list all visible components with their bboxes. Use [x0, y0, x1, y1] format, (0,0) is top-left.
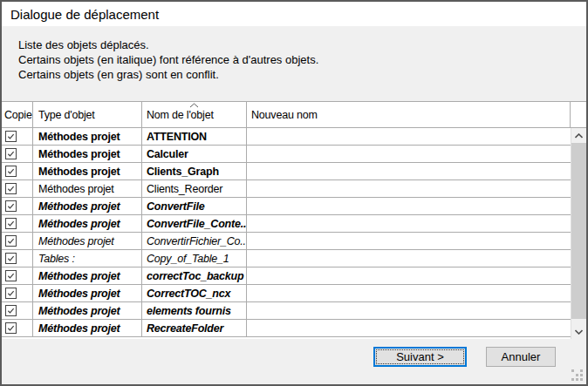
dialog-titlebar[interactable]: Dialogue de déplacement — [2, 2, 586, 26]
column-header-type[interactable]: Type d'objet — [33, 102, 142, 127]
checkmark-icon — [6, 288, 16, 298]
table-row[interactable]: Méthodes projetClients_Graph — [2, 163, 571, 180]
copy-checkbox[interactable] — [5, 322, 17, 334]
object-name-cell: Clients_Graph — [142, 163, 247, 179]
copy-cell — [2, 267, 33, 284]
copy-cell — [2, 163, 33, 179]
checkmark-icon — [6, 166, 16, 176]
copy-cell — [2, 128, 33, 145]
copy-checkbox[interactable] — [5, 148, 17, 159]
table-header-row: Copie Type d'objet Nom de l'objet Nouvea… — [2, 102, 586, 128]
checkmark-icon — [6, 201, 16, 211]
column-header-new-name[interactable]: Nouveau nom — [247, 102, 571, 127]
checkmark-icon — [6, 236, 16, 246]
object-type-cell: Méthodes projet — [33, 198, 142, 214]
object-name-cell: ConvertirFichier_Co... — [142, 233, 247, 249]
checkmark-icon — [6, 149, 16, 159]
dialog-title: Dialogue de déplacement — [10, 7, 159, 22]
object-type-cell: Tables : — [33, 250, 142, 267]
table-row[interactable]: Méthodes projetRecreateFolder — [2, 320, 571, 337]
new-name-cell[interactable] — [247, 128, 571, 145]
copy-checkbox[interactable] — [5, 253, 17, 264]
chevron-up-icon — [575, 133, 583, 139]
table-row[interactable]: Méthodes projetConvertirFichier_Co... — [2, 233, 571, 250]
table-row[interactable]: Méthodes projetConvertFile_Conte... — [2, 215, 571, 233]
move-dialog-window: Dialogue de déplacement Liste des objets… — [0, 0, 588, 386]
table-row[interactable]: Méthodes projetCorrectTOC_ncx — [2, 285, 571, 302]
table-row[interactable]: Méthodes projetcorrectToc_backup — [2, 267, 571, 285]
moved-objects-table: Copie Type d'objet Nom de l'objet Nouvea… — [2, 101, 586, 339]
object-name-cell: Calculer — [142, 146, 247, 162]
new-name-cell[interactable] — [247, 285, 571, 301]
object-type-cell: Méthodes projet — [33, 302, 142, 319]
object-type-cell: Méthodes projet — [33, 146, 142, 162]
copy-cell — [2, 233, 33, 249]
object-type-cell: Méthodes projet — [33, 233, 142, 249]
instruction-line-3: Certains objets (en gras) sont en confli… — [18, 67, 586, 82]
table-row[interactable]: Méthodes projetATTENTION — [2, 128, 571, 146]
scrollbar-thumb[interactable] — [571, 143, 586, 319]
copy-cell — [2, 320, 33, 336]
dialog-footer: Suivant > Annuler — [2, 339, 586, 384]
object-name-cell: Copy_of_Table_1 — [142, 250, 247, 267]
copy-cell — [2, 180, 33, 197]
copy-checkbox[interactable] — [5, 131, 17, 142]
scrollbar-down-button[interactable] — [571, 324, 586, 339]
new-name-cell[interactable] — [247, 250, 571, 267]
new-name-cell[interactable] — [247, 146, 571, 162]
copy-checkbox[interactable] — [5, 218, 17, 229]
object-type-cell: Méthodes projet — [33, 163, 142, 179]
cancel-button[interactable]: Annuler — [486, 347, 556, 367]
new-name-cell[interactable] — [247, 198, 571, 214]
object-type-cell: Méthodes projet — [33, 128, 142, 145]
copy-cell — [2, 146, 33, 162]
copy-checkbox[interactable] — [5, 166, 17, 177]
object-name-cell: Clients_Reorder — [142, 180, 247, 197]
copy-checkbox[interactable] — [5, 270, 17, 281]
object-name-cell: ConvertFile — [142, 198, 247, 214]
next-button[interactable]: Suivant > — [373, 347, 467, 367]
vertical-scrollbar[interactable] — [571, 128, 586, 339]
table-row[interactable]: Méthodes projetConvertFile — [2, 198, 571, 215]
object-name-cell: ConvertFile_Conte... — [142, 215, 247, 232]
new-name-cell[interactable] — [247, 302, 571, 319]
checkmark-icon — [6, 323, 16, 333]
object-type-cell: Méthodes projet — [33, 320, 142, 336]
copy-cell — [2, 250, 33, 267]
checkmark-icon — [6, 271, 16, 281]
instruction-line-1: Liste des objets déplacés. — [18, 37, 586, 52]
checkmark-icon — [6, 132, 16, 141]
table-row[interactable]: Méthodes projetClients_Reorder — [2, 180, 571, 198]
new-name-cell[interactable] — [247, 320, 571, 336]
object-name-cell: ATTENTION — [142, 128, 247, 145]
new-name-cell[interactable] — [247, 215, 571, 232]
object-name-cell: CorrectTOC_ncx — [142, 285, 247, 301]
table-row[interactable]: Tables :Copy_of_Table_1 — [2, 250, 571, 267]
sort-ascending-icon — [189, 103, 199, 108]
object-type-cell: Méthodes projet — [33, 285, 142, 301]
table-body: Méthodes projetATTENTIONMéthodes projetC… — [2, 128, 586, 337]
copy-cell — [2, 215, 33, 232]
instruction-line-2: Certains objets (en italique) font référ… — [18, 52, 586, 67]
object-type-cell: Méthodes projet — [33, 180, 142, 197]
copy-checkbox[interactable] — [5, 183, 17, 194]
copy-checkbox[interactable] — [5, 235, 17, 247]
copy-cell — [2, 302, 33, 319]
table-row[interactable]: Méthodes projetCalculer — [2, 146, 571, 163]
new-name-cell[interactable] — [247, 233, 571, 249]
object-name-cell: RecreateFolder — [142, 320, 247, 336]
new-name-cell[interactable] — [247, 180, 571, 197]
new-name-cell[interactable] — [247, 163, 571, 179]
object-type-cell: Méthodes projet — [33, 215, 142, 232]
copy-checkbox[interactable] — [5, 200, 17, 212]
checkmark-icon — [6, 219, 16, 228]
scrollbar-up-button[interactable] — [571, 128, 586, 143]
checkmark-icon — [6, 184, 16, 193]
checkmark-icon — [6, 306, 16, 315]
copy-checkbox[interactable] — [5, 288, 17, 299]
resize-grip-icon[interactable] — [571, 369, 583, 381]
table-row[interactable]: Méthodes projetelements fournis — [2, 302, 571, 320]
column-header-copy[interactable]: Copie — [2, 102, 33, 127]
copy-checkbox[interactable] — [5, 305, 17, 316]
new-name-cell[interactable] — [247, 267, 571, 284]
